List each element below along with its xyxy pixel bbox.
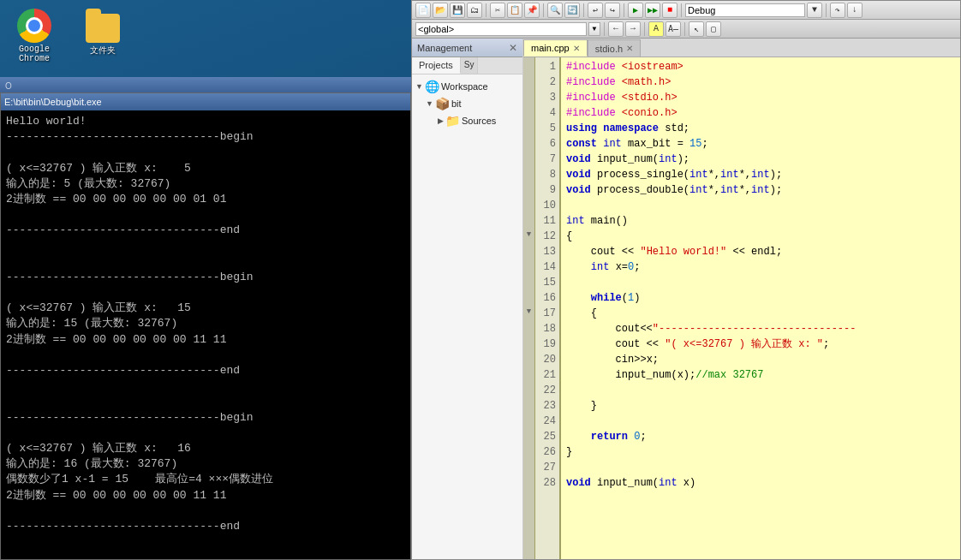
ln-4: 4 — [539, 105, 556, 121]
highlight-btn[interactable]: A — [648, 21, 664, 37]
ln-7: 7 — [539, 152, 556, 167]
open-btn[interactable]: 📂 — [433, 3, 448, 18]
debug-config-input[interactable] — [685, 3, 805, 17]
tree-project[interactable]: ▼ 📦 bit — [412, 95, 522, 112]
save-all-btn[interactable]: 🗂 — [467, 3, 482, 18]
bp-1 — [523, 57, 534, 73]
workspace-icon: 🌐 — [425, 80, 439, 93]
find-btn[interactable]: 🔍 — [547, 3, 563, 18]
copy-btn[interactable]: 📋 — [507, 3, 522, 18]
ide-toolbar-addr: ▼ ← → A A̶ ↖ ▢ — [412, 20, 960, 39]
ln-6: 6 — [539, 136, 556, 152]
tab-main-cpp[interactable]: main.cpp ✕ — [523, 39, 588, 57]
address-input[interactable] — [415, 22, 587, 36]
ln-8: 8 — [539, 167, 556, 182]
tab-stdio-h[interactable]: stdio.h ✕ — [588, 39, 641, 57]
sources-collapse-icon: ▶ — [438, 116, 444, 125]
back-btn[interactable]: ← — [608, 21, 624, 37]
bp-21 — [523, 366, 534, 381]
management-header: Management ✕ — [412, 39, 522, 57]
tab-stdio-h-close[interactable]: ✕ — [626, 44, 633, 53]
bp-25 — [523, 427, 534, 443]
ln-11: 11 — [539, 213, 556, 229]
bp-26 — [523, 443, 534, 458]
bp-9 — [523, 181, 534, 196]
bp-27 — [523, 458, 534, 474]
ln-13: 13 — [539, 244, 556, 259]
code-line-4: #include <conio.h> — [566, 105, 955, 121]
sep-addr3 — [684, 22, 685, 36]
tab-main-cpp-close[interactable]: ✕ — [573, 44, 580, 53]
bp-19 — [523, 335, 534, 350]
replace-btn[interactable]: 🔄 — [564, 3, 580, 18]
sep2 — [543, 3, 544, 17]
project-collapse-icon: ▼ — [426, 99, 433, 108]
clear-highlight-btn[interactable]: A̶ — [666, 21, 681, 37]
debug-btn[interactable]: ▶▶ — [645, 3, 660, 18]
code-editor[interactable]: ▼ ▼ — [523, 57, 960, 559]
debug-dropdown[interactable]: ▼ — [807, 3, 822, 18]
cut-btn[interactable]: ✂ — [490, 3, 505, 18]
tab-sy[interactable]: Sy — [461, 57, 479, 74]
forward-btn[interactable]: → — [625, 21, 641, 37]
code-line-11: int main() — [566, 213, 955, 229]
sep6 — [826, 3, 827, 17]
bp-22 — [523, 381, 534, 396]
code-line-24 — [566, 414, 955, 429]
paste-btn[interactable]: 📌 — [524, 3, 540, 18]
terminal-body[interactable]: Hello world! ---------------------------… — [1, 110, 410, 559]
bp-12: ▼ — [523, 227, 534, 242]
tree-workspace[interactable]: ▼ 🌐 Workspace — [412, 78, 522, 95]
cursor-btn[interactable]: ↖ — [689, 21, 704, 37]
collapse-17-icon[interactable]: ▼ — [527, 304, 531, 319]
undo-btn[interactable]: ↩ — [588, 3, 603, 18]
step-over-btn[interactable]: ↷ — [830, 3, 845, 18]
management-tabs: Projects Sy — [412, 57, 522, 74]
bp-20 — [523, 350, 534, 366]
tab-main-cpp-label: main.cpp — [531, 43, 570, 53]
select-btn[interactable]: ▢ — [706, 21, 721, 37]
breakpoint-column: ▼ ▼ — [523, 57, 535, 559]
management-panel: Management ✕ Projects Sy ▼ 🌐 Workspace ▼… — [412, 39, 523, 559]
ln-20: 20 — [539, 352, 556, 367]
terminal-titlebar: E:\bit\bin\Debug\bit.exe — [1, 93, 410, 110]
stop-btn[interactable]: ■ — [662, 3, 677, 18]
bp-28 — [523, 474, 534, 489]
build-btn[interactable]: ▶ — [628, 3, 643, 18]
code-line-7: void input_num(int); — [566, 152, 955, 167]
step-into-btn[interactable]: ↓ — [847, 3, 863, 18]
bp-3 — [523, 88, 534, 104]
redo-btn[interactable]: ↪ — [605, 3, 620, 18]
sep5 — [681, 3, 682, 17]
ln-10: 10 — [539, 198, 556, 213]
address-dropdown[interactable]: ▼ — [588, 22, 600, 36]
tab-projects[interactable]: Projects — [412, 57, 461, 74]
save-btn[interactable]: 💾 — [450, 3, 465, 18]
ln-14: 14 — [539, 259, 556, 275]
ln-22: 22 — [539, 383, 556, 398]
management-title: Management — [417, 43, 472, 53]
ln-21: 21 — [539, 367, 556, 383]
ln-18: 18 — [539, 321, 556, 337]
collapse-12-icon[interactable]: ▼ — [527, 227, 531, 242]
new-btn[interactable]: 📄 — [415, 3, 431, 18]
code-line-23: } — [566, 398, 955, 414]
sources-label: Sources — [462, 116, 496, 126]
ide-toolbar-top: 📄 📂 💾 🗂 ✂ 📋 📌 🔍 🔄 ↩ ↪ ▶ ▶▶ ■ ▼ ↷ ↓ — [412, 1, 960, 20]
code-line-18: cout<<"-------------------------------- — [566, 321, 955, 337]
bp-16 — [523, 289, 534, 304]
ln-24: 24 — [539, 414, 556, 429]
sep3 — [583, 3, 584, 17]
folder-desktop-icon[interactable]: 文件夹 — [77, 9, 128, 63]
code-area: main.cpp ✕ stdio.h ✕ — [523, 39, 960, 559]
management-close-btn[interactable]: ✕ — [509, 42, 517, 54]
tree-sources[interactable]: ▶ 📁 Sources — [412, 112, 522, 129]
code-content[interactable]: #include <iostream> #include <math.h> #i… — [561, 57, 960, 559]
sources-icon: 📁 — [445, 114, 460, 128]
code-line-9: void process_double(int*,int*,int); — [566, 182, 955, 198]
code-line-28: void input_num(int x) — [566, 475, 955, 491]
folder-icon — [86, 14, 120, 43]
chrome-desktop-icon[interactable]: Google Chrome — [9, 9, 60, 63]
bp-13 — [523, 242, 534, 258]
bp-10 — [523, 196, 534, 211]
